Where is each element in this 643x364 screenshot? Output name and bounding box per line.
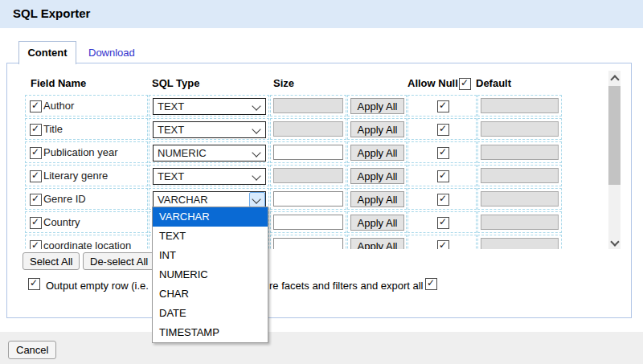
- table-row: Literary genre TEXT Apply All: [0, 165, 608, 188]
- sql-type-value: VARCHAR: [158, 194, 208, 206]
- table-row: Title TEXT Apply All: [0, 118, 608, 141]
- field-label: Literary genre: [43, 170, 108, 182]
- sql-type-value: TEXT: [158, 170, 184, 182]
- rows-scroll-viewport: Author TEXT Apply All Title TEXT: [0, 92, 608, 249]
- table-row: Author TEXT Apply All: [0, 95, 608, 118]
- default-input[interactable]: [481, 145, 559, 160]
- allow-null-checkbox[interactable]: [437, 124, 449, 136]
- apply-all-button[interactable]: Apply All: [350, 215, 404, 231]
- default-input[interactable]: [481, 121, 559, 137]
- chevron-down-icon: [252, 171, 260, 180]
- select-all-button[interactable]: Select All: [23, 252, 80, 270]
- scrollbar-thumb[interactable]: [608, 86, 620, 185]
- apply-all-button[interactable]: Apply All: [350, 145, 404, 161]
- allow-null-checkbox[interactable]: [437, 240, 449, 249]
- trim-column-names-checkbox[interactable]: [425, 278, 437, 290]
- table-row: Genre ID VARCHAR Apply All: [0, 188, 608, 211]
- chevron-down-icon: [252, 194, 260, 203]
- sql-type-select-open[interactable]: VARCHAR: [153, 191, 266, 208]
- field-label: Country: [43, 216, 80, 228]
- dropdown-option-numeric[interactable]: NUMERIC: [153, 265, 268, 284]
- header-sql-type: SQL Type: [152, 77, 199, 89]
- allow-null-checkbox[interactable]: [437, 194, 449, 206]
- chevron-down-icon: [252, 125, 260, 133]
- header-default: Default: [476, 77, 511, 89]
- apply-all-button[interactable]: Apply All: [350, 121, 404, 137]
- size-input[interactable]: [273, 121, 343, 137]
- apply-all-button[interactable]: Apply All: [350, 98, 404, 114]
- size-input[interactable]: [273, 145, 343, 160]
- sql-type-value: TEXT: [158, 124, 184, 136]
- chevron-down-icon: [252, 148, 260, 157]
- header-size: Size: [273, 77, 294, 89]
- field-checkbox[interactable]: [30, 124, 42, 136]
- sql-type-dropdown-list: VARCHAR TEXT INT NUMERIC CHAR DATE TIMES…: [152, 207, 268, 343]
- chevron-down-icon: [610, 237, 619, 246]
- field-checkbox[interactable]: [30, 240, 42, 249]
- tab-download[interactable]: Download: [88, 47, 135, 59]
- field-checkbox[interactable]: [30, 194, 42, 206]
- allow-null-checkbox[interactable]: [437, 217, 449, 229]
- scroll-down-button[interactable]: [608, 235, 620, 249]
- field-label: Title: [43, 123, 63, 135]
- cancel-button[interactable]: Cancel: [8, 341, 56, 359]
- dropdown-option-char[interactable]: CHAR: [153, 284, 268, 304]
- size-input[interactable]: [273, 215, 343, 230]
- field-checkbox[interactable]: [30, 100, 42, 112]
- output-empty-row-label-right: re facets and filters and export all: [269, 280, 424, 292]
- vertical-scrollbar[interactable]: [608, 71, 620, 249]
- field-label: coordinate location: [43, 239, 131, 249]
- field-label: Author: [43, 100, 74, 112]
- sql-type-select[interactable]: NUMERIC: [153, 145, 266, 162]
- sql-type-select[interactable]: TEXT: [153, 168, 266, 185]
- size-input[interactable]: [273, 238, 343, 249]
- allow-null-checkbox[interactable]: [437, 100, 449, 112]
- dropdown-option-timestamp[interactable]: TIMESTAMP: [153, 323, 268, 342]
- default-input[interactable]: [481, 238, 559, 249]
- allow-null-checkbox[interactable]: [437, 147, 449, 159]
- chevron-down-icon: [252, 101, 260, 110]
- deselect-all-button[interactable]: De-select All: [83, 252, 155, 270]
- field-checkbox[interactable]: [30, 170, 42, 182]
- tab-content[interactable]: Content: [18, 41, 76, 64]
- header-field-name: Field Name: [31, 77, 86, 89]
- allow-null-checkbox[interactable]: [437, 170, 449, 182]
- default-master-checkbox[interactable]: [459, 78, 471, 90]
- sql-exporter-dialog: SQL Exporter Content Download Field Name…: [0, 0, 643, 364]
- field-checkbox[interactable]: [30, 147, 42, 159]
- table-row: Country Apply All: [0, 211, 608, 235]
- field-label: Genre ID: [43, 193, 86, 205]
- size-input[interactable]: [273, 168, 343, 183]
- output-empty-row-label-left: Output empty row (i.e.: [46, 280, 149, 292]
- default-input[interactable]: [481, 215, 559, 230]
- chevron-up-icon: [610, 75, 619, 84]
- scroll-up-button[interactable]: [608, 71, 620, 84]
- sql-type-select[interactable]: TEXT: [153, 98, 266, 115]
- apply-all-button[interactable]: Apply All: [350, 168, 404, 184]
- apply-all-button[interactable]: Apply All: [350, 238, 404, 249]
- dialog-title: SQL Exporter: [13, 6, 90, 20]
- table-row: Publication year NUMERIC Apply All: [0, 141, 608, 165]
- default-input[interactable]: [481, 98, 559, 113]
- sql-type-select[interactable]: TEXT: [153, 121, 266, 138]
- size-input[interactable]: [273, 191, 343, 207]
- dropdown-option-varchar[interactable]: VARCHAR: [153, 207, 268, 227]
- dropdown-option-text[interactable]: TEXT: [153, 227, 268, 246]
- header-allow-null: Allow Null: [408, 77, 458, 89]
- dropdown-option-date[interactable]: DATE: [153, 304, 268, 323]
- dropdown-option-int[interactable]: INT: [153, 246, 268, 265]
- dialog-footer: Cancel: [0, 332, 643, 364]
- size-input[interactable]: [273, 98, 343, 113]
- default-input[interactable]: [481, 168, 559, 183]
- sql-type-value: NUMERIC: [158, 147, 207, 159]
- field-label: Publication year: [43, 146, 118, 158]
- sql-type-value: TEXT: [158, 100, 184, 112]
- apply-all-button[interactable]: Apply All: [350, 191, 404, 207]
- table-row: coordinate location Apply All: [0, 235, 608, 249]
- field-checkbox[interactable]: [30, 217, 42, 229]
- output-empty-row-checkbox[interactable]: [28, 278, 40, 290]
- dialog-title-bar: SQL Exporter: [0, 0, 643, 28]
- default-input[interactable]: [481, 191, 559, 207]
